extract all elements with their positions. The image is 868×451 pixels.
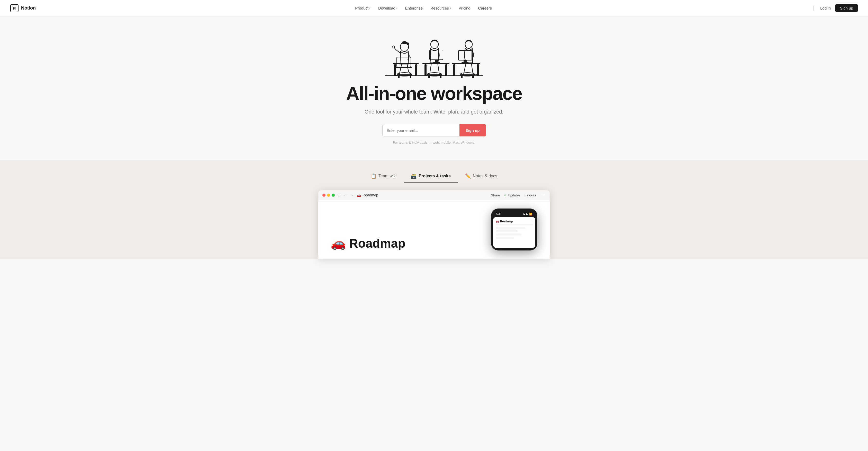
phone-content-line-1 bbox=[496, 227, 525, 229]
hero-platforms: For teams & individuals — web, mobile, M… bbox=[393, 141, 475, 144]
window-close-dot[interactable] bbox=[322, 194, 326, 197]
tab-label-notes-docs: Notes & docs bbox=[473, 174, 497, 178]
roadmap-title-text: Roadmap bbox=[349, 236, 405, 251]
browser-page-title: 🚗 Roadmap bbox=[356, 193, 378, 197]
hero-subtitle: One tool for your whole team. Write, pla… bbox=[365, 109, 503, 115]
phone-status-icons: ▶ ▶ 📶 bbox=[524, 213, 532, 216]
browser-title-text: Roadmap bbox=[363, 193, 378, 197]
nav-item-pricing[interactable]: Pricing bbox=[456, 4, 474, 12]
nav-item-enterprise[interactable]: Enterprise bbox=[402, 4, 426, 12]
phone-share-icon: ↑ bbox=[531, 220, 533, 223]
tab-label-projects-tasks: Projects & tasks bbox=[418, 174, 451, 178]
hero-cta: Sign up bbox=[382, 124, 486, 136]
roadmap-area: 🚗 Roadmap 5:33 ▶ ▶ 📶 🚗 Roadmap bbox=[331, 208, 537, 251]
nav-auth: Log in Sign up bbox=[811, 4, 858, 12]
phone-content-line-3 bbox=[496, 233, 522, 235]
hero-title: All-in-one workspace bbox=[346, 83, 522, 104]
svg-rect-8 bbox=[398, 76, 400, 78]
nav-divider bbox=[813, 6, 813, 11]
nav-items: Product ▾ Download ▾ Enterprise Resource… bbox=[352, 4, 495, 12]
email-input[interactable] bbox=[382, 124, 460, 136]
phone-content-line-4 bbox=[496, 237, 514, 239]
hamburger-icon: ☰ bbox=[338, 193, 341, 197]
svg-rect-27 bbox=[477, 64, 479, 76]
svg-point-11 bbox=[402, 41, 407, 44]
signup-button[interactable]: Sign up bbox=[835, 4, 858, 12]
navbar: N Notion Product ▾ Download ▾ Enterprise… bbox=[0, 0, 868, 17]
svg-rect-9 bbox=[410, 76, 411, 78]
nav-item-product[interactable]: Product ▾ bbox=[352, 4, 374, 12]
hero-illustration bbox=[375, 27, 493, 78]
svg-rect-5 bbox=[396, 67, 412, 68]
tab-emoji-notes-docs: ✏️ bbox=[465, 173, 471, 179]
window-minimize-dot[interactable] bbox=[327, 194, 330, 197]
favorite-button[interactable]: Favorite bbox=[525, 193, 536, 197]
svg-rect-17 bbox=[430, 50, 443, 60]
page-emoji-toolbar: 🚗 bbox=[356, 193, 361, 197]
tabs-section: 📋 Team wiki 🗃️ Projects & tasks ✏️ Notes… bbox=[0, 160, 868, 259]
tab-label-team-wiki: Team wiki bbox=[378, 174, 397, 178]
browser-window-controls bbox=[322, 194, 335, 197]
window-maximize-dot[interactable] bbox=[332, 194, 335, 197]
browser-nav-controls: ☰ ← → bbox=[338, 193, 353, 197]
nav-item-careers[interactable]: Careers bbox=[475, 4, 495, 12]
svg-point-12 bbox=[406, 43, 409, 45]
phone-page-name: Roadmap bbox=[500, 220, 513, 223]
share-button[interactable]: Share bbox=[491, 193, 500, 197]
more-options-button[interactable]: ··· bbox=[541, 193, 546, 197]
hero-section: All-in-one workspace One tool for your w… bbox=[0, 17, 868, 160]
browser-toolbar: ☰ ← → 🚗 Roadmap Share ✓ Updates Favorite… bbox=[318, 190, 550, 200]
chevron-down-icon: ▾ bbox=[450, 7, 451, 9]
updates-label: Updates bbox=[508, 193, 520, 197]
chevron-down-icon: ▾ bbox=[369, 7, 371, 9]
tab-projects-tasks[interactable]: 🗃️ Projects & tasks bbox=[404, 170, 458, 182]
phone-time: 5:33 bbox=[496, 213, 501, 216]
nav-item-resources[interactable]: Resources ▾ bbox=[427, 4, 454, 12]
svg-rect-26 bbox=[453, 64, 455, 76]
notion-icon: N bbox=[10, 4, 19, 12]
tabs-nav: 📋 Team wiki 🗃️ Projects & tasks ✏️ Notes… bbox=[10, 170, 858, 182]
svg-rect-16 bbox=[445, 64, 447, 76]
roadmap-emoji: 🚗 bbox=[331, 236, 346, 251]
phone-content-line-2 bbox=[496, 230, 518, 232]
phone-page-title: 🚗 Roadmap bbox=[496, 220, 513, 223]
phone-mockup: 5:33 ▶ ▶ 📶 🚗 Roadmap ↑ bbox=[491, 208, 537, 251]
brand-name: Notion bbox=[21, 5, 36, 11]
browser-content: 🚗 Roadmap 5:33 ▶ ▶ 📶 🚗 Roadmap bbox=[318, 200, 550, 259]
updates-button[interactable]: ✓ Updates bbox=[504, 193, 520, 197]
phone-page-emoji: 🚗 bbox=[496, 220, 499, 223]
tab-emoji-team-wiki: 📋 bbox=[371, 173, 376, 179]
back-icon[interactable]: ← bbox=[344, 193, 347, 197]
browser-actions: Share ✓ Updates Favorite ··· bbox=[491, 193, 546, 197]
page-main-title: 🚗 Roadmap bbox=[331, 236, 491, 251]
chevron-down-icon: ▾ bbox=[396, 7, 398, 9]
svg-rect-3 bbox=[415, 64, 417, 76]
brand-logo[interactable]: N Notion bbox=[10, 4, 36, 12]
svg-rect-18 bbox=[435, 60, 438, 62]
nav-item-download[interactable]: Download ▾ bbox=[375, 4, 401, 12]
hero-signup-button[interactable]: Sign up bbox=[460, 124, 486, 136]
login-button[interactable]: Log in bbox=[816, 4, 834, 12]
browser-mockup: ☰ ← → 🚗 Roadmap Share ✓ Updates Favorite… bbox=[318, 190, 550, 259]
svg-point-13 bbox=[393, 46, 395, 48]
tab-team-wiki[interactable]: 📋 Team wiki bbox=[364, 170, 404, 182]
forward-icon[interactable]: → bbox=[350, 193, 353, 197]
svg-rect-15 bbox=[425, 64, 427, 76]
tab-emoji-projects-tasks: 🗃️ bbox=[411, 173, 416, 179]
check-icon: ✓ bbox=[504, 193, 507, 197]
tab-notes-docs[interactable]: ✏️ Notes & docs bbox=[458, 170, 504, 182]
svg-rect-2 bbox=[394, 64, 396, 76]
svg-rect-34 bbox=[472, 76, 474, 78]
svg-rect-22 bbox=[428, 76, 430, 78]
